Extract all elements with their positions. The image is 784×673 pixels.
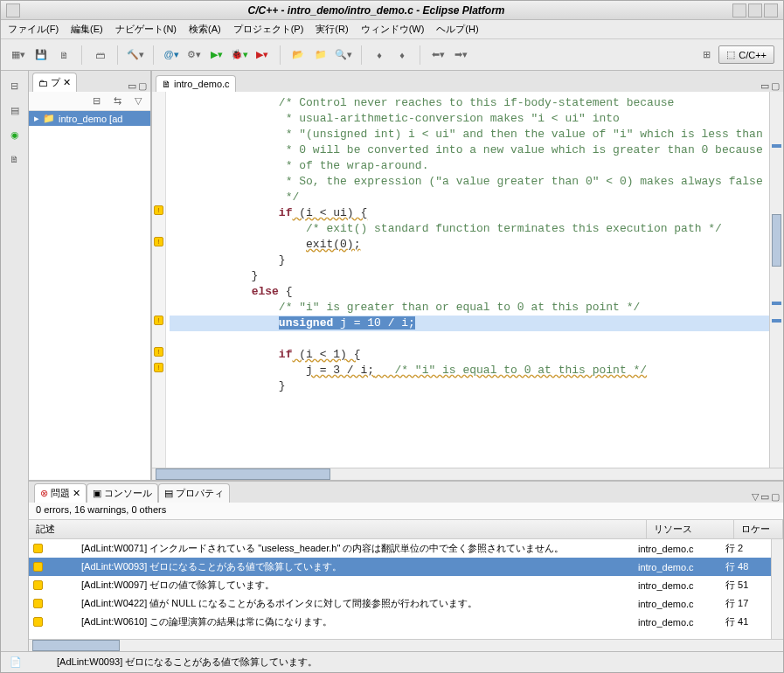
problems-header[interactable]: 記述 リソース ロケー [29, 520, 783, 539]
project-explorer: 🗀 プ ✕ ▭ ▢ ⊟ ⇆ ▽ [29, 71, 151, 480]
titlebar[interactable]: C/C++ - intro_demo/intro_demo.c - Eclips… [1, 1, 783, 20]
doc-icon[interactable]: 🗎 [7, 151, 23, 167]
col-resource[interactable]: リソース [647, 520, 734, 538]
col-location[interactable]: ロケー [734, 520, 783, 538]
problem-row[interactable]: [AdLint:W0610] この論理演算の結果は常に偽になります。intro_… [29, 613, 771, 631]
console-tab[interactable]: ▣ コンソール [87, 483, 158, 503]
next-icon[interactable]: ♦ [393, 46, 411, 64]
toolbar: ▦▾ 💾 🗎 🗃 🔨▾ @▾ ⚙▾ ▶▾ 🐞▾ ▶▾ 📂 📁 🔍▾ ♦ ♦ ⬅▾… [1, 39, 783, 71]
open-perspective-icon[interactable]: ⊞ [697, 46, 715, 64]
collapse-icon[interactable]: ⊟ [87, 93, 105, 110]
problem-resource: intro_demo.c [635, 580, 722, 591]
hammer-icon[interactable]: 🔨▾ [127, 46, 144, 64]
menu-navigate[interactable]: ナビゲート(N) [115, 23, 177, 36]
saveall-icon[interactable]: 🗎 [55, 46, 73, 64]
at-icon[interactable]: @▾ [163, 46, 180, 64]
menu-edit[interactable]: 編集(E) [71, 23, 103, 36]
horizontal-scrollbar[interactable] [152, 468, 783, 480]
expand-icon[interactable]: ▸ [34, 113, 39, 124]
project-tree-item[interactable]: ▸ 📁 intro_demo [ad [29, 111, 150, 126]
tab-close-icon[interactable]: ✕ [73, 488, 80, 499]
problem-row[interactable]: [AdLint:W0097] ゼロの値で除算しています。intro_demo.c… [29, 576, 771, 594]
minimize-button[interactable] [732, 3, 746, 17]
problems-scrollbar[interactable] [771, 539, 783, 639]
editor-minimize-icon[interactable]: ▭ [760, 80, 769, 92]
window-title: C/C++ - intro_demo/intro_demo.c - Eclips… [20, 4, 732, 17]
view-maximize-icon[interactable]: ▢ [771, 491, 780, 503]
run-icon[interactable]: ▶▾ [208, 46, 225, 64]
problems-rows: [AdLint:W0071] インクルードされている "useless_head… [29, 539, 771, 639]
tab-close-icon[interactable]: ✕ [63, 77, 71, 88]
problem-location: 行 17 [722, 597, 771, 610]
save-icon[interactable]: 💾 [32, 46, 50, 64]
menu-search[interactable]: 検索(A) [189, 23, 221, 36]
problem-row[interactable]: [AdLint:W0093] ゼロになることがある値で除算しています。intro… [29, 558, 771, 576]
problem-row[interactable]: [AdLint:W0422] 値が NULL になることがあるポインタに対して間… [29, 594, 771, 613]
menu-project[interactable]: プロジェクト(P) [233, 23, 304, 36]
prev-icon[interactable]: ♦ [371, 46, 388, 64]
status-icon: 📄 [10, 656, 22, 668]
editor-tab[interactable]: 🗎 intro_demo.c [156, 75, 236, 92]
col-description[interactable]: 記述 [29, 520, 647, 538]
warning-marker[interactable]: ! [154, 363, 163, 372]
code-editor[interactable]: /* Control never reaches to this if-body… [166, 92, 769, 468]
perspective-button[interactable]: ⬚ C/C++ [718, 45, 774, 64]
new-icon[interactable]: ▦▾ [10, 46, 27, 64]
forward-icon[interactable]: ➡▾ [452, 46, 469, 64]
problem-resource: intro_demo.c [635, 562, 722, 572]
scroll-thumb[interactable] [772, 214, 781, 267]
menu-file[interactable]: ファイル(F) [8, 23, 59, 36]
menu-window[interactable]: ウィンドウ(W) [361, 23, 425, 36]
cpp-icon: ⬚ [726, 49, 735, 60]
restore-icon[interactable]: ⊟ [7, 78, 23, 94]
problem-location: 行 51 [722, 579, 771, 592]
problems-hscrollbar[interactable] [29, 639, 783, 651]
editor-gutter[interactable]: ! ! ! ! ! [152, 92, 166, 468]
target-icon[interactable]: ◉ [7, 127, 23, 142]
menu-help[interactable]: ヘルプ(H) [436, 23, 478, 36]
problem-location: 行 2 [722, 542, 771, 555]
link-icon[interactable]: ⇆ [108, 93, 126, 110]
maximize-view-icon[interactable]: ▢ [138, 80, 147, 92]
problems-tab[interactable]: ⊗ 問題 ✕ [34, 483, 87, 503]
warning-marker[interactable]: ! [154, 316, 163, 325]
outline-icon[interactable]: ▤ [7, 102, 23, 118]
view-menu-icon[interactable]: ▽ [752, 491, 759, 503]
problem-location: 行 41 [722, 615, 771, 628]
open-task-icon[interactable]: 📁 [312, 46, 330, 64]
problem-resource: intro_demo.c [635, 617, 722, 628]
hscroll-thumb[interactable] [156, 468, 330, 480]
problem-resource: intro_demo.c [635, 544, 722, 554]
console-tab-label: コンソール [104, 487, 152, 500]
menu-dropdown-icon[interactable]: ▽ [129, 93, 147, 110]
close-button[interactable] [764, 3, 778, 17]
warning-icon [33, 617, 43, 627]
editor-tab-label: intro_demo.c [174, 79, 230, 89]
back-icon[interactable]: ⬅▾ [429, 46, 447, 64]
maximize-button[interactable] [748, 3, 762, 17]
vertical-scrollbar[interactable] [769, 92, 783, 468]
problems-tab-label: 問題 [51, 487, 70, 500]
search-icon[interactable]: 🔍▾ [335, 46, 352, 64]
minimize-view-icon[interactable]: ▭ [128, 80, 136, 92]
status-message: [AdLint:W0093] ゼロになることがある値で除算しています。 [57, 656, 317, 669]
properties-tab[interactable]: ▤ プロパティ [158, 483, 230, 503]
project-name: intro_demo [ad [59, 114, 122, 124]
debug-icon[interactable]: 🐞▾ [231, 46, 248, 64]
statusbar: 📄 [AdLint:W0093] ゼロになることがある値で除算しています。 [1, 651, 783, 672]
menu-run[interactable]: 実行(R) [316, 23, 348, 36]
sys-menu-icon[interactable] [6, 3, 20, 17]
open-type-icon[interactable]: 📂 [289, 46, 307, 64]
editor-maximize-icon[interactable]: ▢ [771, 80, 780, 92]
warning-marker[interactable]: ! [154, 205, 163, 215]
project-tab-label: プ [51, 76, 60, 89]
problem-row[interactable]: [AdLint:W0071] インクルードされている "useless_head… [29, 539, 771, 558]
tool-icon[interactable]: ⚙▾ [185, 46, 203, 64]
ext-tools-icon[interactable]: ▶▾ [253, 46, 271, 64]
project-tab[interactable]: 🗀 プ ✕ [32, 73, 77, 92]
warning-marker[interactable]: ! [154, 237, 163, 246]
warning-icon [33, 562, 43, 572]
build-icon[interactable]: 🗃 [91, 46, 108, 64]
view-minimize-icon[interactable]: ▭ [760, 491, 769, 503]
warning-marker[interactable]: ! [154, 347, 163, 357]
